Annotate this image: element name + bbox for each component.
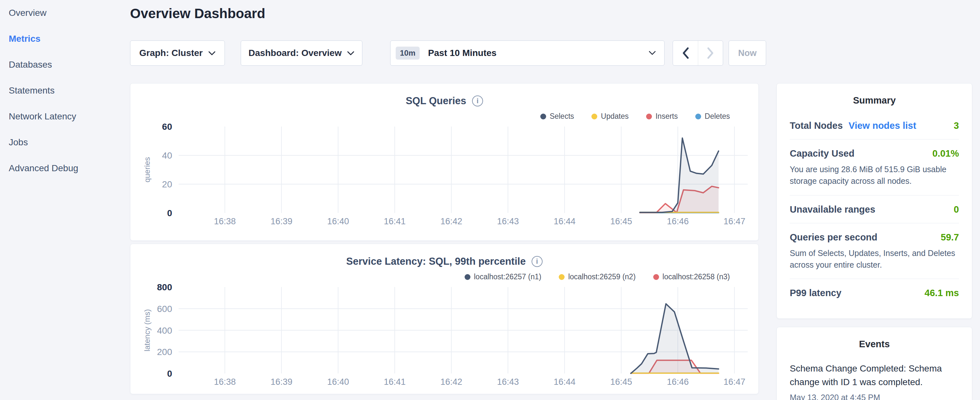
stat-description: You are using 28.6 MiB of 515.9 GiB usab… [790, 163, 959, 187]
legend-dot [465, 274, 471, 280]
svg-text:16:38: 16:38 [214, 377, 236, 387]
svg-text:16:47: 16:47 [724, 377, 745, 387]
sidebar: Overview Metrics Databases Statements Ne… [0, 0, 129, 400]
events-title: Events [790, 339, 959, 349]
svg-text:16:44: 16:44 [554, 377, 576, 387]
svg-text:40: 40 [162, 150, 172, 161]
sidebar-item-metrics[interactable]: Metrics [0, 26, 129, 52]
svg-text:60: 60 [162, 122, 172, 132]
legend-dot [540, 113, 546, 120]
svg-text:16:43: 16:43 [497, 217, 519, 226]
svg-text:16:39: 16:39 [270, 377, 293, 387]
summary-panel: Summary Total Nodes View nodes list 3 Ca… [776, 83, 972, 319]
dashboard-dropdown[interactable]: Dashboard: Overview [241, 40, 362, 66]
info-icon[interactable] [472, 96, 483, 107]
svg-text:16:45: 16:45 [610, 217, 632, 226]
svg-text:16:46: 16:46 [667, 377, 689, 387]
svg-text:16:43: 16:43 [497, 377, 519, 387]
legend-dot [559, 274, 565, 280]
stat-p99-latency: P99 latency 46.1 ms [790, 279, 959, 306]
legend-item: Selects [540, 112, 574, 121]
chart-legend: Selects Updates Inserts Deletes [540, 112, 730, 121]
svg-text:20: 20 [162, 179, 172, 189]
svg-text:0: 0 [167, 208, 172, 218]
time-range-selector[interactable]: 10m Past 10 Minutes [390, 40, 665, 66]
service-latency-plot[interactable]: 020040060080016:3816:3916:4016:4116:4216… [138, 283, 751, 390]
stat-capacity-used: Capacity Used 0.01% You are using 28.6 M… [790, 139, 959, 196]
legend-dot [646, 113, 652, 120]
event-item[interactable]: Schema Change Completed: Schema change w… [790, 362, 959, 400]
sidebar-item-jobs[interactable]: Jobs [0, 129, 129, 155]
service-latency-chart-card: Service Latency: SQL, 99th percentile lo… [130, 244, 759, 394]
now-button[interactable]: Now [729, 40, 766, 66]
chart-title: Service Latency: SQL, 99th percentile [346, 256, 526, 267]
chevron-down-icon [208, 51, 216, 56]
stat-value: 3 [954, 120, 959, 131]
time-range-value: Past 10 Minutes [428, 48, 649, 58]
svg-text:16:40: 16:40 [327, 377, 349, 387]
chart-title: SQL Queries [406, 95, 466, 107]
svg-text:16:42: 16:42 [440, 377, 462, 387]
event-timestamp: May 13, 2020 at 4:45 PM [790, 393, 959, 400]
sidebar-item-overview[interactable]: Overview [0, 0, 129, 26]
svg-text:16:38: 16:38 [214, 217, 236, 226]
legend-item: Deletes [695, 112, 730, 121]
svg-text:400: 400 [157, 325, 172, 336]
chevron-left-icon [682, 47, 689, 59]
info-icon[interactable] [531, 256, 542, 267]
chevron-down-icon [347, 51, 355, 56]
stat-value: 0.01% [932, 148, 959, 159]
sidebar-item-databases[interactable]: Databases [0, 52, 129, 78]
stat-value: 59.7 [941, 232, 959, 243]
svg-text:16:39: 16:39 [270, 217, 293, 226]
chart-legend: localhost:26257 (n1) localhost:26259 (n2… [465, 273, 730, 281]
svg-text:queries: queries [143, 157, 151, 183]
svg-text:0: 0 [167, 369, 172, 379]
svg-text:latency (ms): latency (ms) [143, 309, 151, 351]
svg-text:16:41: 16:41 [384, 377, 406, 387]
legend-item: localhost:26258 (n3) [653, 273, 730, 281]
page-title: Overview Dashboard [130, 6, 265, 21]
legend-item: localhost:26257 (n1) [465, 273, 541, 281]
chevron-down-icon [649, 51, 656, 55]
svg-text:16:40: 16:40 [327, 217, 349, 226]
stat-total-nodes: Total Nodes View nodes list 3 [790, 112, 959, 139]
legend-item: localhost:26259 (n2) [559, 273, 635, 281]
stat-unavailable-ranges: Unavailable ranges 0 [790, 196, 959, 223]
sidebar-item-network-latency[interactable]: Network Latency [0, 104, 129, 129]
time-range-badge: 10m [396, 46, 420, 59]
graph-scope-dropdown[interactable]: Graph: Cluster [130, 40, 225, 66]
svg-text:200: 200 [157, 347, 172, 357]
svg-text:16:41: 16:41 [384, 217, 406, 226]
svg-text:16:44: 16:44 [554, 217, 576, 226]
event-message: Schema Change Completed: Schema change w… [790, 362, 959, 389]
svg-text:16:45: 16:45 [610, 377, 632, 387]
events-panel: Events Schema Change Completed: Schema c… [776, 327, 972, 400]
legend-dot [695, 113, 701, 120]
legend-item: Updates [592, 112, 628, 121]
stat-value: 0 [954, 204, 959, 215]
view-nodes-list-link[interactable]: View nodes list [849, 120, 916, 131]
legend-dot [592, 113, 597, 120]
svg-text:600: 600 [157, 304, 172, 314]
graph-scope-dropdown-label: Graph: Cluster [139, 48, 202, 58]
time-step-forward-button[interactable] [698, 41, 723, 65]
time-step-back-button[interactable] [673, 41, 698, 65]
legend-item: Inserts [646, 112, 678, 121]
sql-queries-chart-card: SQL Queries Selects Updates Inserts Dele… [130, 83, 759, 241]
stat-value: 46.1 ms [925, 288, 959, 298]
legend-dot [653, 274, 659, 280]
svg-text:16:47: 16:47 [724, 217, 745, 226]
sidebar-item-statements[interactable]: Statements [0, 78, 129, 104]
svg-text:16:42: 16:42 [440, 217, 462, 226]
stat-queries-per-second: Queries per second 59.7 Sum of Selects, … [790, 223, 959, 279]
stat-description: Sum of Selects, Updates, Inserts, and De… [790, 247, 959, 271]
dashboard-dropdown-label: Dashboard: Overview [248, 48, 342, 58]
time-step-buttons [673, 40, 723, 66]
sidebar-item-advanced-debug[interactable]: Advanced Debug [0, 155, 129, 181]
sql-queries-plot[interactable]: 020406016:3816:3916:4016:4116:4216:4316:… [138, 122, 751, 229]
chevron-right-icon [707, 47, 714, 59]
svg-text:16:46: 16:46 [667, 217, 689, 226]
summary-title: Summary [790, 95, 959, 106]
svg-text:800: 800 [157, 283, 172, 292]
